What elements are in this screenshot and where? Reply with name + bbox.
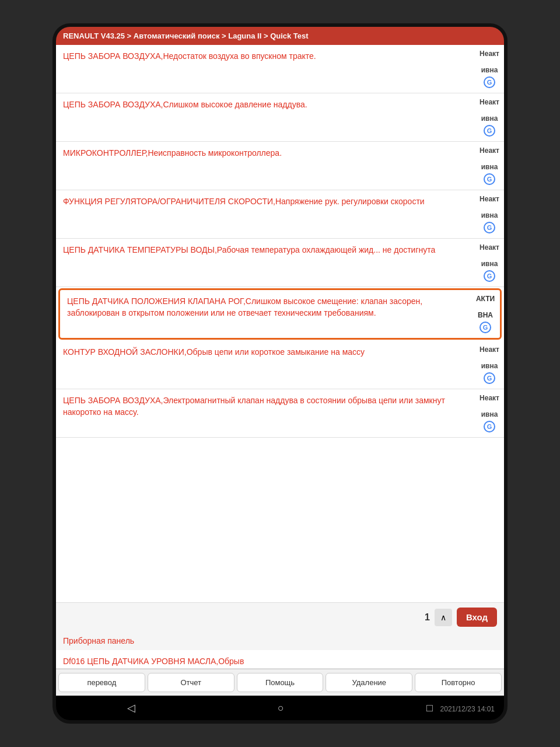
- fault-item-partial-bottom[interactable]: Df016 ЦЕПЬ ДАТЧИКА УРОВНЯ МАСЛА,Обрыв: [56, 650, 504, 669]
- fault-status-cut: Неакт ивна G: [475, 45, 504, 93]
- partial-description: Df016 ЦЕПЬ ДАТЧИКА УРОВНЯ МАСЛА,Обрыв: [56, 650, 504, 668]
- android-nav-bar: ◁ ○ □: [56, 696, 504, 720]
- fault-description-df234: ФУНКЦИЯ РЕГУЛЯТОРА/ОГРАНИЧИТЕЛЯ СКОРОСТИ…: [56, 190, 475, 238]
- google-icon-df234[interactable]: G: [484, 222, 495, 233]
- delete-button[interactable]: Удаление: [326, 673, 412, 692]
- phone-frame: RENAULT V43.25 > Автоматический поиск > …: [52, 23, 508, 724]
- fault-item-df218[interactable]: МИКРОКОНТРОЛЛЕР,Неисправность микроконтр…: [56, 142, 504, 190]
- fault-status-df209: АКТИ ВНА G: [471, 290, 500, 338]
- section-label: Приборная панель: [56, 631, 504, 650]
- fault-status-df234: Неакт ивна G: [475, 190, 504, 238]
- back-nav-icon[interactable]: ◁: [127, 701, 135, 714]
- fault-status-df301-2: Неакт ивна G: [475, 389, 504, 437]
- google-icon-df301-1[interactable]: G: [484, 125, 495, 137]
- fault-item-cut-top[interactable]: ЦЕПЬ ЗАБОРА ВОЗДУХА,Недостаток воздуха в…: [56, 45, 504, 93]
- breadcrumb-text: RENAULT V43.25 > Автоматический поиск > …: [63, 32, 309, 40]
- fault-description-cut: ЦЕПЬ ЗАБОРА ВОЗДУХА,Недостаток воздуха в…: [56, 45, 475, 67]
- pagination-row: 1 ∧ Вход: [56, 602, 504, 631]
- help-button[interactable]: Помощь: [237, 673, 324, 692]
- fault-status-df001: Неакт ивна G: [475, 239, 504, 287]
- translate-button[interactable]: перевод: [58, 673, 145, 692]
- timestamp: 2021/12/23 14:01: [440, 705, 495, 713]
- breadcrumb-bar: RENAULT V43.25 > Автоматический поиск > …: [56, 27, 504, 45]
- fault-description-df209: ЦЕПЬ ДАТЧИКА ПОЛОЖЕНИЯ КЛАПАНА РОГ,Слишк…: [60, 290, 471, 338]
- report-button[interactable]: Отчет: [148, 673, 235, 692]
- fault-status-df226: Неакт ивна G: [475, 341, 504, 389]
- google-icon[interactable]: G: [484, 76, 495, 88]
- fault-item-df001[interactable]: ЦЕПЬ ДАТЧИКА ТЕМПЕРАТУРЫ ВОДЫ,Рабочая те…: [56, 239, 504, 287]
- fault-description-df301-1: ЦЕПЬ ЗАБОРА ВОЗДУХА,Слишком высокое давл…: [56, 93, 475, 141]
- fault-description-df301-2: ЦЕПЬ ЗАБОРА ВОЗДУХА,Электромагнитный кла…: [56, 389, 475, 437]
- fault-item-df301-2[interactable]: ЦЕПЬ ЗАБОРА ВОЗДУХА,Электромагнитный кла…: [56, 389, 504, 438]
- fault-description-df218: МИКРОКОНТРОЛЛЕР,Неисправность микроконтр…: [56, 142, 475, 190]
- fault-status-df301-1: Неакт ивна G: [475, 93, 504, 141]
- google-icon-df226[interactable]: G: [484, 372, 495, 384]
- fault-item-df234[interactable]: ФУНКЦИЯ РЕГУЛЯТОРА/ОГРАНИЧИТЕЛЯ СКОРОСТИ…: [56, 190, 504, 239]
- google-icon-df301-2[interactable]: G: [484, 421, 495, 432]
- google-icon-df209[interactable]: G: [480, 322, 491, 333]
- fault-description-df226: КОНТУР ВХОДНОЙ ЗАСЛОНКИ,Обрыв цепи или к…: [56, 341, 475, 389]
- fault-item-df226[interactable]: КОНТУР ВХОДНОЙ ЗАСЛОНКИ,Обрыв цепи или к…: [56, 341, 504, 389]
- arrow-up-button[interactable]: ∧: [435, 609, 452, 626]
- fault-item-df209-highlighted[interactable]: ЦЕПЬ ДАТЧИКА ПОЛОЖЕНИЯ КЛАПАНА РОГ,Слишк…: [58, 288, 502, 340]
- google-icon-df218[interactable]: G: [484, 173, 495, 185]
- main-content: ЦЕПЬ ЗАБОРА ВОЗДУХА,Недостаток воздуха в…: [56, 45, 504, 696]
- bottom-toolbar: перевод Отчет Помощь Удаление Повторно: [56, 669, 504, 696]
- repeat-button[interactable]: Повторно: [415, 673, 502, 692]
- fault-item-df301-1[interactable]: ЦЕПЬ ЗАБОРА ВОЗДУХА,Слишком высокое давл…: [56, 93, 504, 142]
- fault-status-df218: Неакт ивна G: [475, 142, 504, 190]
- fault-description-df001: ЦЕПЬ ДАТЧИКА ТЕМПЕРАТУРЫ ВОДЫ,Рабочая те…: [56, 239, 475, 287]
- recents-nav-icon[interactable]: □: [426, 702, 433, 714]
- page-number: 1: [425, 612, 430, 623]
- home-nav-icon[interactable]: ○: [278, 702, 284, 714]
- google-icon-df001[interactable]: G: [484, 270, 495, 282]
- enter-button[interactable]: Вход: [457, 608, 497, 627]
- fault-list: ЦЕПЬ ЗАБОРА ВОЗДУХА,Недостаток воздуха в…: [56, 45, 504, 602]
